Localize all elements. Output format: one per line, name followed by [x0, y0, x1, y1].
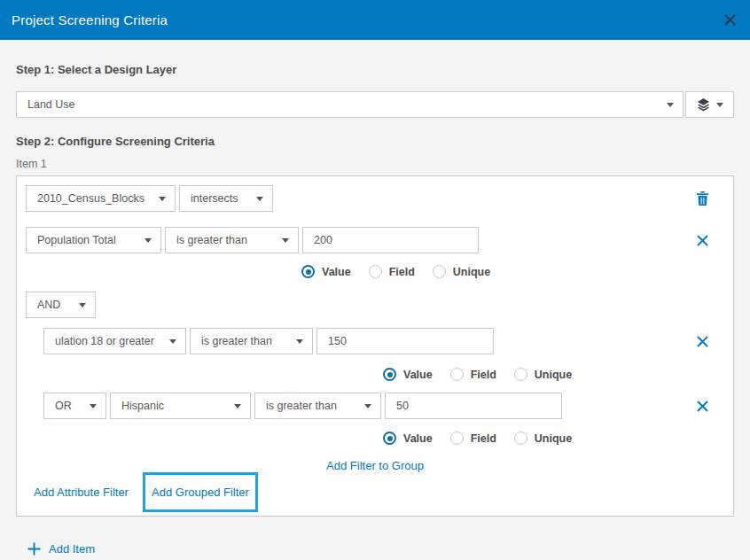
chevron-down-icon: [159, 197, 166, 201]
chevron-down-icon: [79, 303, 86, 307]
item-1-panel: 2010_Census_Blocks intersects Popu: [16, 175, 734, 517]
add-item-label: Add Item: [49, 542, 95, 556]
filter2-operator-select[interactable]: is greater than: [190, 328, 313, 354]
remove-filter2-button[interactable]: [697, 336, 708, 347]
filter2-mode-radios: Value Field Unique: [383, 368, 724, 381]
connector-or-select[interactable]: OR: [43, 393, 106, 419]
design-layer-value: Land Use: [27, 98, 660, 111]
plus-icon: [27, 542, 41, 556]
design-layer-select[interactable]: Land Use: [16, 91, 684, 118]
close-icon: [697, 336, 708, 347]
filter3-value-input[interactable]: [385, 393, 562, 419]
add-grouped-filter-link[interactable]: Add Grouped Filter: [152, 486, 249, 499]
filter2-value-input[interactable]: [316, 328, 494, 354]
chevron-down-icon: [169, 339, 176, 344]
design-layer-row: Land Use: [16, 91, 734, 118]
radio-icon: [450, 432, 464, 445]
filter2-field-select[interactable]: ulation 18 or greater: [43, 328, 186, 354]
radio-selected-icon: [383, 432, 396, 445]
chevron-down-icon: [90, 404, 97, 408]
geometry-filter-row: 2010_Census_Blocks intersects: [26, 185, 724, 212]
radio-value[interactable]: Value: [383, 432, 433, 445]
radio-field[interactable]: Field: [450, 368, 496, 381]
radio-icon: [450, 368, 464, 381]
add-item-button[interactable]: Add Item: [27, 542, 734, 556]
filter1-mode-radios: Value Field Unique: [301, 265, 724, 278]
chevron-down-icon: [256, 197, 263, 201]
trash-icon: [697, 191, 708, 206]
chevron-down-icon: [234, 404, 241, 408]
connector-and-select[interactable]: AND: [26, 292, 96, 318]
radio-icon: [433, 265, 446, 278]
connector-row: AND: [26, 292, 724, 318]
radio-field[interactable]: Field: [369, 265, 415, 278]
geometry-operator-select[interactable]: intersects: [179, 185, 273, 212]
chevron-down-icon: [716, 103, 723, 107]
radio-value[interactable]: Value: [383, 368, 433, 381]
filter3-field-select[interactable]: Hispanic: [110, 393, 251, 419]
geometry-layer-select[interactable]: 2010_Census_Blocks: [26, 185, 176, 212]
chevron-down-icon: [667, 103, 674, 107]
item-1-label: Item 1: [16, 158, 734, 170]
layers-icon: [697, 97, 710, 112]
dialog-header: Project Screening Criteria: [0, 0, 750, 40]
dialog-title: Project Screening Criteria: [12, 12, 168, 27]
chevron-down-icon: [282, 238, 289, 243]
add-attribute-filter-link[interactable]: Add Attribute Filter: [34, 486, 129, 499]
radio-icon: [514, 432, 527, 445]
filter3-mode-radios: Value Field Unique: [383, 432, 724, 445]
filter1-field-select[interactable]: Population Total: [26, 227, 161, 253]
attribute-filter-row-1: Population Total is greater than: [26, 227, 724, 253]
chevron-down-icon: [145, 238, 152, 243]
close-icon[interactable]: [724, 14, 736, 26]
radio-icon: [369, 265, 382, 278]
chevron-down-icon: [364, 404, 371, 408]
radio-icon: [514, 368, 527, 381]
radio-selected-icon: [301, 265, 315, 278]
layer-options-button[interactable]: [685, 91, 734, 118]
radio-selected-icon: [383, 368, 396, 381]
add-grouped-filter-highlight: Add Grouped Filter: [143, 472, 258, 512]
add-filter-to-group-link[interactable]: Add Filter to Group: [326, 459, 424, 472]
delete-item-button[interactable]: [697, 191, 708, 206]
radio-unique[interactable]: Unique: [514, 432, 572, 445]
filter1-value-input[interactable]: [302, 227, 479, 253]
remove-filter1-button[interactable]: [697, 235, 708, 246]
filter3-operator-select[interactable]: is greater than: [254, 393, 381, 419]
attribute-filter-row-3: OR Hispanic is greater than: [26, 393, 724, 419]
radio-value[interactable]: Value: [301, 265, 351, 278]
attribute-filter-row-2: ulation 18 or greater is greater than: [26, 328, 724, 354]
radio-unique[interactable]: Unique: [433, 265, 490, 278]
radio-unique[interactable]: Unique: [514, 368, 572, 381]
step2-label: Step 2: Configure Screening Criteria: [16, 135, 734, 148]
add-filter-to-group-row: Add Filter to Group: [26, 457, 724, 471]
filter-actions-row: Add Attribute Filter Add Grouped Filter: [26, 472, 724, 512]
chevron-down-icon: [296, 339, 303, 344]
radio-field[interactable]: Field: [450, 432, 496, 445]
close-icon: [697, 235, 708, 246]
filter1-operator-select[interactable]: is greater than: [165, 227, 299, 253]
step1-label: Step 1: Select a Design Layer: [16, 63, 734, 76]
remove-filter3-button[interactable]: [697, 401, 708, 412]
close-icon: [697, 401, 708, 412]
